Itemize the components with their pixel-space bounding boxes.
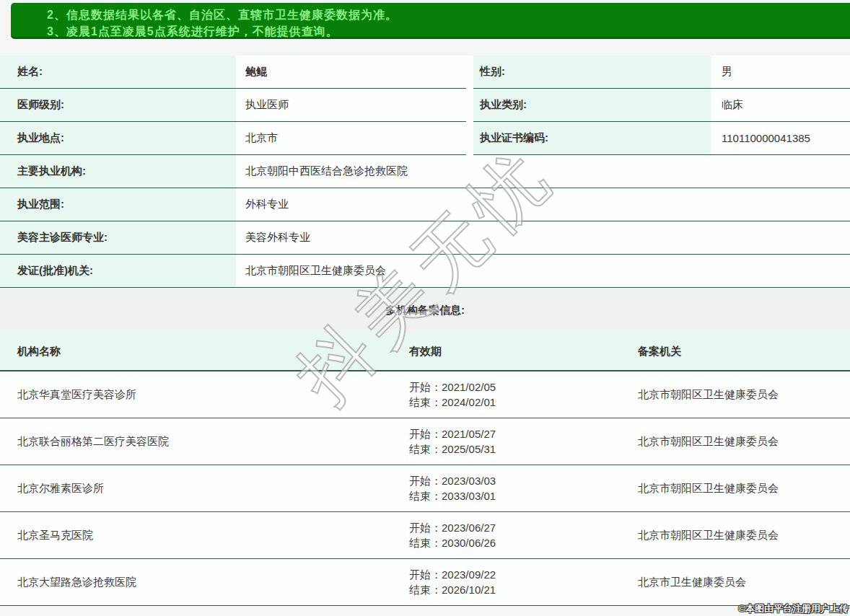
doctor-level-value: 执业医师 [236, 89, 466, 122]
info-row-level-category: 医师级别: 执业医师 执业类别: 临床 [0, 89, 850, 122]
validity-period: 开始：2021/05/27 结束：2025/05/31 [409, 426, 638, 457]
record-authority: 北京市朝阳区卫生健康委员会 [638, 388, 850, 402]
issuing-authority-label: 发证(批准)机关: [0, 255, 236, 288]
practice-scope-label: 执业范围: [0, 188, 236, 221]
institution-name: 北京大望路急诊抢救医院 [0, 576, 409, 589]
record-authority: 北京市朝阳区卫生健康委员会 [638, 435, 850, 449]
validity-end: 结束：2025/05/31 [409, 441, 638, 457]
header-record-authority: 备案机关 [638, 345, 850, 358]
validity-period: 开始：2021/02/05 结束：2024/02/01 [409, 379, 638, 410]
table-row: 北京尔雅素医诊所 开始：2023/03/03 结束：2033/03/01 北京市… [0, 465, 850, 512]
main-institution-value: 北京朝阳中西医结合急诊抢救医院 [236, 155, 850, 188]
gender-value: 男 [711, 56, 850, 89]
cosmetic-specialty-label: 美容主诊医师专业: [0, 221, 236, 255]
institution-name: 北京联合丽格第二医疗美容医院 [0, 435, 409, 449]
doctor-level-label: 医师级别: [0, 89, 236, 122]
column-gap [466, 56, 473, 89]
info-row-main-institution: 主要执业机构: 北京朝阳中西医结合急诊抢救医院 [0, 155, 850, 188]
table-row: 北京联合丽格第二医疗美容医院 开始：2021/05/27 结束：2025/05/… [0, 418, 850, 465]
info-row-practice-scope: 执业范围: 外科专业 [0, 188, 850, 221]
cosmetic-specialty-value: 美容外科专业 [236, 221, 850, 255]
table-row: 北京大望路急诊抢救医院 开始：2023/09/22 结束：2026/10/21 … [0, 559, 850, 606]
practice-category-label: 执业类别: [473, 89, 711, 122]
multi-institution-section-bar: 多机构备案信息: [0, 288, 850, 333]
validity-period: 开始：2023/03/03 结束：2033/03/01 [409, 473, 638, 503]
section-title: 多机构备案信息: [385, 304, 465, 317]
validity-start: 开始：2023/06/27 [409, 520, 638, 535]
record-authority: 北京市朝阳区卫生健康委员会 [638, 529, 850, 542]
name-value: 鲍鲲 [236, 56, 466, 89]
validity-period: 开始：2023/09/22 结束：2026/10/21 [409, 567, 638, 597]
validity-period: 开始：2023/06/27 结束：2030/06/26 [409, 520, 638, 550]
validity-end: 结束：2030/06/26 [409, 535, 638, 550]
notice-banner: 2、信息数据结果以各省、自治区、直辖市卫生健康委数据为准。 3、凌晨1点至凌晨5… [11, 3, 850, 39]
name-label: 姓名: [0, 56, 236, 89]
table-row: 北京圣马克医院 开始：2023/06/27 结束：2030/06/26 北京市朝… [0, 512, 850, 559]
practice-scope-value: 外科专业 [236, 188, 850, 221]
institution-name: 北京圣马克医院 [0, 529, 409, 542]
info-row-cosmetic-specialty: 美容主诊医师专业: 美容外科专业 [0, 221, 850, 255]
gender-label: 性别: [473, 56, 711, 89]
notice-line-3: 3、凌晨1点至凌晨5点系统进行维护，不能提供查询。 [47, 23, 850, 40]
certificate-number-value: 110110000041385 [711, 122, 850, 155]
table-row: 北京华真堂医疗美容诊所 开始：2021/02/05 结束：2024/02/01 … [0, 371, 850, 418]
practice-category-value: 临床 [711, 89, 850, 122]
info-row-name-gender: 姓名: 鲍鲲 性别: 男 [0, 56, 850, 89]
record-authority: 北京市朝阳区卫生健康委员会 [638, 482, 850, 496]
certificate-number-label: 执业证书编码: [473, 122, 711, 155]
validity-end: 结束：2024/02/01 [409, 395, 638, 410]
header-validity: 有效期 [409, 345, 638, 358]
practice-location-value: 北京市 [236, 122, 466, 155]
multi-institution-table: 机构名称 有效期 备案机关 北京华真堂医疗美容诊所 开始：2021/02/05 … [0, 333, 850, 606]
license-query-result-page: 2、信息数据结果以各省、自治区、直辖市卫生健康委数据为准。 3、凌晨1点至凌晨5… [0, 0, 850, 616]
validity-end: 结束：2033/03/01 [409, 488, 638, 503]
validity-start: 开始：2021/02/05 [409, 379, 638, 395]
issuing-authority-value: 北京市朝阳区卫生健康委员会 [236, 255, 850, 288]
validity-start: 开始：2023/09/22 [409, 567, 638, 582]
main-institution-label: 主要执业机构: [0, 155, 236, 188]
validity-end: 结束：2026/10/21 [409, 582, 638, 597]
info-row-location-certificate: 执业地点: 北京市 执业证书编码: 110110000041385 [0, 122, 850, 155]
validity-start: 开始：2023/03/03 [409, 473, 638, 488]
record-authority: 北京市卫生健康委员会 [638, 576, 850, 589]
info-row-issuing-authority: 发证(批准)机关: 北京市朝阳区卫生健康委员会 [0, 255, 850, 288]
column-gap [466, 122, 473, 155]
notice-line-2: 2、信息数据结果以各省、自治区、直辖市卫生健康委数据为准。 [47, 6, 850, 23]
practice-location-label: 执业地点: [0, 122, 236, 155]
validity-start: 开始：2021/05/27 [409, 426, 638, 441]
copyright-watermark: ©本图由平台注册用户上传 [738, 602, 849, 615]
column-gap [466, 89, 473, 122]
institution-name: 北京尔雅素医诊所 [0, 482, 409, 496]
org-table-header-row: 机构名称 有效期 备案机关 [0, 333, 850, 371]
header-institution-name: 机构名称 [0, 345, 409, 358]
doctor-info-table: 姓名: 鲍鲲 性别: 男 医师级别: 执业医师 执业类别: 临床 执业地点: 北… [0, 56, 850, 288]
institution-name: 北京华真堂医疗美容诊所 [0, 388, 409, 402]
